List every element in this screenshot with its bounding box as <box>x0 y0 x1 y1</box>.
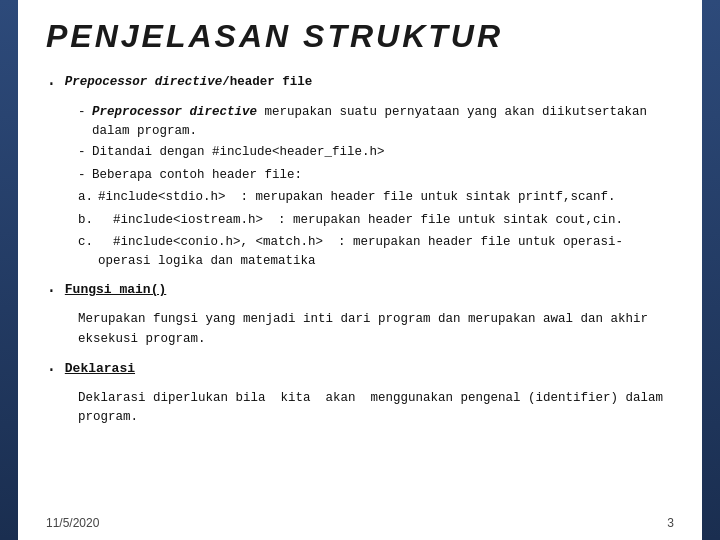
section-fungsi: · Fungsi main() Merupakan fungsi yang me… <box>46 280 674 349</box>
bullet-dot-2: · <box>46 278 57 306</box>
sub-label-dash-3: - <box>78 166 92 185</box>
sub-item-2: - Ditandai dengan #include<header_file.h… <box>78 143 674 162</box>
footer: 11/5/2020 3 <box>18 516 702 530</box>
section2-title: Fungsi main() <box>65 280 166 300</box>
section-deklarasi: · Deklarasi Deklarasi diperlukan bila ki… <box>46 359 674 428</box>
left-decorative-bar <box>0 0 18 540</box>
sub-text-c: #include<conio.h>, <match.h> : merupakan… <box>98 233 674 271</box>
sub-item-b: b. #include<iostream.h> : merupakan head… <box>78 211 674 230</box>
sub-text-b: #include<iostream.h> : merupakan header … <box>98 211 674 230</box>
section-prepocessor: · Prepocessor directive/header file - Pr… <box>46 73 674 270</box>
sub-text-3: Beberapa contoh header file: <box>92 166 674 185</box>
bullet-dot-3: · <box>46 357 57 385</box>
sub-item-a: a. #include<stdio.h> : merupakan header … <box>78 188 674 207</box>
section1-title-rest: /header file <box>222 75 312 89</box>
right-decorative-bar <box>702 0 720 540</box>
sub-label-a: a. <box>78 188 98 207</box>
sub-text-2: Ditandai dengan #include<header_file.h> <box>92 143 674 162</box>
footer-date: 11/5/2020 <box>46 516 99 530</box>
sub-label-dash-2: - <box>78 143 92 162</box>
section1-title-italic: Prepocessor directive <box>65 75 223 89</box>
section3-title: Deklarasi <box>65 359 135 379</box>
content-area: PENJELASAN STRUKTUR · Prepocessor direct… <box>18 0 702 540</box>
page-title: PENJELASAN STRUKTUR <box>46 18 674 55</box>
sub-label-dash-1: - <box>78 103 92 122</box>
sub-label-c: c. <box>78 233 98 252</box>
sub-text-a: #include<stdio.h> : merupakan header fil… <box>98 188 674 207</box>
footer-page: 3 <box>667 516 674 530</box>
main-content: · Prepocessor directive/header file - Pr… <box>46 73 674 428</box>
bullet-dot-1: · <box>46 71 57 99</box>
sub-item-1: - Preprocessor directive merupakan suatu… <box>78 103 674 141</box>
section3-header-row: · Deklarasi <box>46 359 674 385</box>
section2-description: Merupakan fungsi yang menjadi inti dari … <box>78 310 674 349</box>
sub-text-1-italic: Preprocessor directive <box>92 105 257 119</box>
sub-item-c: c. #include<conio.h>, <match.h> : merupa… <box>78 233 674 271</box>
section1-title: Prepocessor directive/header file <box>65 73 313 92</box>
sub-text-1: Preprocessor directive merupakan suatu p… <box>92 103 674 141</box>
sub-label-b: b. <box>78 211 98 230</box>
section3-description: Deklarasi diperlukan bila kita akan meng… <box>78 389 674 428</box>
section1-sublist: - Preprocessor directive merupakan suatu… <box>78 103 674 271</box>
section1-header-row: · Prepocessor directive/header file <box>46 73 674 99</box>
sub-item-3: - Beberapa contoh header file: <box>78 166 674 185</box>
section2-header-row: · Fungsi main() <box>46 280 674 306</box>
